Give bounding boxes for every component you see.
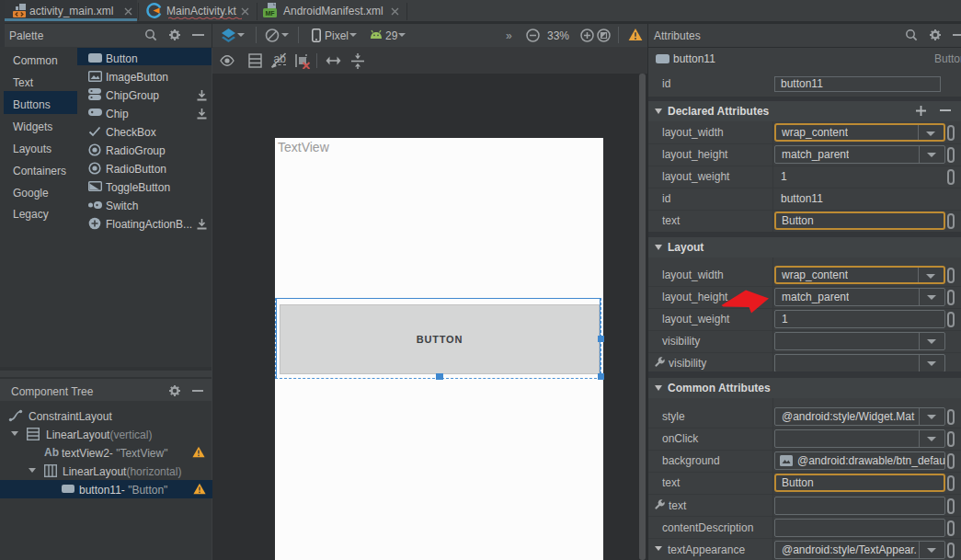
svg-text:MF: MF: [265, 10, 275, 17]
